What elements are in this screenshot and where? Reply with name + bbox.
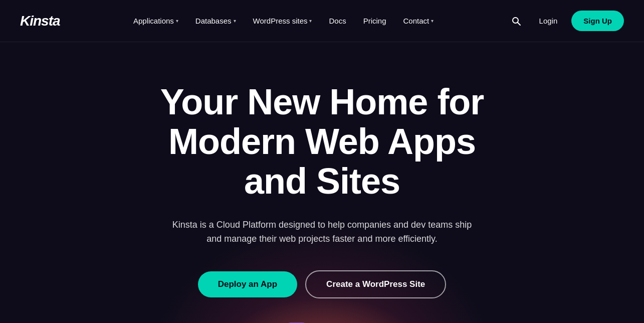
signup-button[interactable]: Sign Up (571, 11, 624, 31)
search-icon (511, 16, 521, 26)
navbar: Kinsta Applications ▾ Databases ▾ WordPr… (0, 0, 644, 42)
nav-wordpress-sites[interactable]: WordPress sites ▾ (246, 13, 319, 29)
search-button[interactable] (507, 12, 525, 30)
nav-applications[interactable]: Applications ▾ (126, 13, 185, 29)
nav-right: Login Sign Up (507, 11, 624, 31)
chevron-down-icon: ▾ (176, 18, 178, 24)
login-button[interactable]: Login (533, 13, 564, 29)
hero-buttons: Deploy an App Create a WordPress Site (198, 270, 447, 298)
chevron-down-icon: ▾ (431, 18, 434, 24)
create-wordpress-button[interactable]: Create a WordPress Site (305, 270, 446, 298)
hero-title: Your New Home for Modern Web Apps and Si… (147, 82, 498, 202)
deploy-app-button[interactable]: Deploy an App (198, 271, 297, 297)
nav-contact[interactable]: Contact ▾ (396, 13, 441, 29)
nav-links: Applications ▾ Databases ▾ WordPress sit… (126, 13, 441, 29)
nav-databases[interactable]: Databases ▾ (188, 13, 243, 29)
chevron-down-icon: ▾ (234, 18, 236, 24)
svg-line-1 (517, 22, 520, 25)
nav-docs[interactable]: Docs (322, 13, 353, 29)
hero-subtitle: Kinsta is a Cloud Platform designed to h… (167, 218, 478, 247)
hero-section: Your New Home for Modern Web Apps and Si… (0, 42, 644, 323)
logo-text: Kinsta (20, 13, 60, 29)
logo[interactable]: Kinsta (20, 13, 60, 29)
nav-pricing[interactable]: Pricing (356, 13, 393, 29)
chevron-down-icon: ▾ (309, 18, 312, 24)
